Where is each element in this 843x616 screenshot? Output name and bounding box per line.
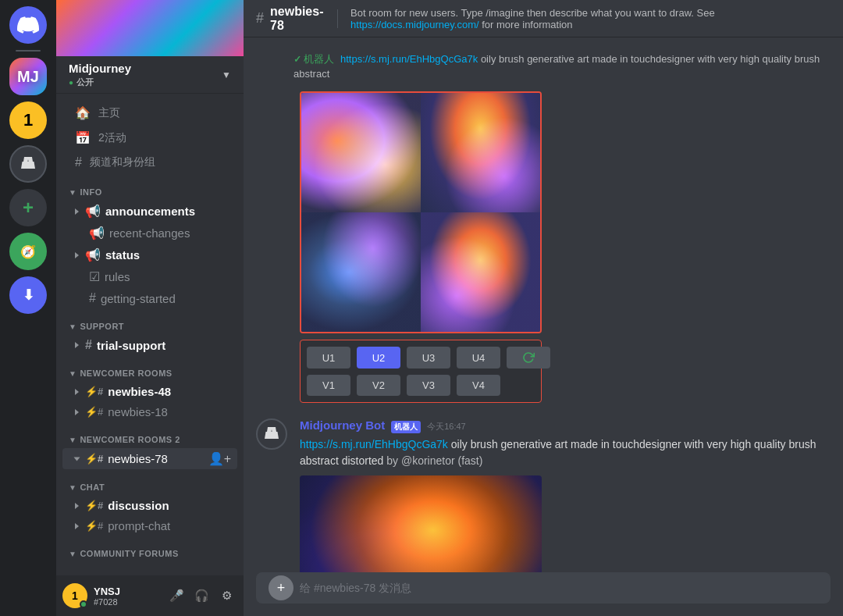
image-grid (300, 91, 542, 333)
grid-image-2 (421, 93, 540, 212)
channel-item-trial-support[interactable]: # trial-support (62, 335, 237, 355)
prompt-chat-icon: ⚡# (85, 520, 103, 532)
category-chat[interactable]: ▼ CHAT (56, 470, 244, 495)
button-U1[interactable]: U1 (307, 347, 350, 369)
status-icon: 📢 (85, 247, 101, 262)
nav-item-activities[interactable]: 📅 2活动 (62, 126, 237, 150)
sidebar-icon-discord[interactable] (9, 6, 47, 44)
sidebar-icon-download[interactable]: ⬇ (9, 276, 47, 314)
message-header-bot: Midjourney Bot 机器人 今天16:47 (300, 418, 831, 433)
channel-item-status[interactable]: 📢 status (62, 244, 237, 265)
category-arrow-support: ▼ (69, 322, 76, 331)
channel-label-discussion: discussion (108, 499, 169, 512)
server-status: 公开 (76, 77, 94, 88)
message-time-bot: 今天16:47 (427, 421, 466, 433)
category-support[interactable]: ▼ SUPPORT (56, 309, 244, 334)
channel-sidebar: Midjourney ● 公开 ▼ 🏠 主页 📅 2活动 # 频道和身份组 ▼ … (56, 0, 244, 616)
triangle-announcements (75, 208, 79, 215)
channel-label-recent-changes: recent-changes (109, 226, 190, 240)
server-header[interactable]: Midjourney ● 公开 ▼ (56, 56, 244, 94)
server-banner (56, 0, 244, 56)
server-sidebar: MJ 1 + 🧭 ⬇ (0, 0, 56, 616)
category-arrow-chat: ▼ (69, 483, 76, 492)
message-input-box: + (256, 572, 831, 604)
user-tag: #7028 (94, 597, 159, 607)
headphone-button[interactable]: 🎧 (190, 585, 212, 607)
newbies-78-icon: ⚡# (85, 453, 103, 465)
category-label-newcomer-rooms: NEWCOMER ROOMS (80, 369, 172, 378)
channel-item-newbies-48[interactable]: ⚡# newbies-48 (62, 382, 237, 401)
channel-label-getting-started: getting-started (101, 292, 176, 305)
category-info[interactable]: ▼ INFO (56, 175, 244, 200)
channel-item-newbies-18[interactable]: ⚡# newbies-18 (62, 402, 237, 422)
channel-item-getting-started[interactable]: # getting-started (62, 288, 237, 308)
user-controls: 🎤 🎧 ⚙ (165, 585, 237, 607)
channel-label-status: status (105, 248, 140, 262)
channel-item-announcements[interactable]: 📢 announcements (62, 201, 237, 222)
channels-icon: # (75, 155, 82, 169)
triangle-newbies-78 (74, 457, 80, 461)
user-name: YNSJ (94, 586, 159, 597)
button-refresh[interactable] (507, 347, 550, 369)
message-suffix-bot: by @korinetor (fast) (386, 454, 482, 467)
newbies-48-icon: ⚡# (85, 386, 103, 397)
compact-bot-badge: 机器人 (304, 53, 334, 65)
channel-label-newbies-48: newbies-48 (108, 385, 171, 398)
settings-button[interactable]: ⚙ (215, 585, 237, 607)
sidebar-icon-number1[interactable]: 1 (9, 101, 47, 139)
image-grid-avatar-space (256, 88, 287, 409)
compact-message-reference: ✓ 机器人 https://s.mj.run/EhHbgQcGa7k oily … (256, 50, 831, 82)
message-author-bot: Midjourney Bot (300, 418, 385, 432)
server-name: Midjourney (69, 62, 131, 75)
button-U3[interactable]: U3 (407, 347, 450, 369)
button-U4[interactable]: U4 (457, 347, 500, 369)
server-chevron-icon: ▼ (222, 69, 231, 80)
image-grid-message: U1 U2 U3 U4 (256, 85, 831, 412)
triangle-discussion (75, 503, 79, 509)
refresh-icon (522, 351, 535, 364)
compact-ref-link: https://s.mj.run/EhHbgQcGa7k oily brush … (293, 53, 820, 80)
button-V3[interactable]: V3 (407, 375, 450, 396)
nav-item-home[interactable]: 🏠 主页 (62, 101, 237, 125)
button-U2[interactable]: U2 (357, 347, 400, 369)
sidebar-icon-midjourney[interactable]: MJ (9, 58, 47, 95)
category-community-forums[interactable]: ▼ COMMUNITY FORUMS (56, 536, 244, 561)
triangle-trial-support (75, 342, 79, 348)
message-input[interactable] (300, 572, 818, 604)
sidebar-icon-add[interactable]: + (9, 189, 47, 226)
nav-item-channels[interactable]: # 频道和身份组 (62, 151, 237, 174)
message-content-bot: Midjourney Bot 机器人 今天16:47 https://s.mj.… (300, 418, 831, 572)
channel-header-name: newbies-78 (270, 5, 325, 33)
channel-item-prompt-chat[interactable]: ⚡# prompt-chat (62, 516, 237, 536)
sidebar-icon-boat[interactable] (9, 145, 47, 183)
category-newcomer-rooms[interactable]: ▼ NEWCOMER ROOMS (56, 356, 244, 381)
server-divider (16, 50, 41, 52)
input-plus-button[interactable]: + (269, 575, 293, 600)
message-link-bot[interactable]: https://s.mj.run/EhHbgQcGa7k (300, 438, 448, 450)
channel-item-rules[interactable]: ☑ rules (62, 266, 237, 287)
nav-label-channels: 频道和身份组 (90, 155, 155, 169)
category-newcomer-rooms-2[interactable]: ▼ NEWCOMER ROOMS 2 (56, 422, 244, 447)
compact-ref-text: ✓ 机器人 https://s.mj.run/EhHbgQcGa7k oily … (293, 53, 820, 80)
action-buttons: U1 U2 U3 U4 (300, 340, 542, 403)
message-input-area: + (244, 572, 843, 616)
channel-label-prompt-chat: prompt-chat (108, 519, 170, 532)
channel-list: 🏠 主页 📅 2活动 # 频道和身份组 ▼ INFO 📢 announcemen… (56, 94, 244, 575)
sidebar-icon-green[interactable]: 🧭 (9, 233, 47, 270)
channel-item-newbies-78[interactable]: ⚡# newbies-78 👤+ (62, 448, 237, 469)
home-icon: 🏠 (75, 105, 91, 120)
category-arrow-newcomer: ▼ (69, 369, 76, 378)
microphone-button[interactable]: 🎤 (165, 585, 187, 607)
button-V4[interactable]: V4 (457, 375, 500, 396)
channel-header-link[interactable]: https://docs.midjourney.com/ (350, 19, 479, 30)
user-avatar-letter: 1 (72, 589, 78, 602)
channel-item-discussion[interactable]: ⚡# discussion (62, 496, 237, 515)
add-member-icon[interactable]: 👤+ (208, 451, 231, 466)
button-V2[interactable]: V2 (357, 375, 400, 396)
image-grid-content: U1 U2 U3 U4 (300, 88, 542, 409)
category-label-newcomer-rooms-2: NEWCOMER ROOMS 2 (80, 435, 180, 444)
channel-item-recent-changes[interactable]: 📢 recent-changes (62, 223, 237, 244)
compact-link[interactable]: https://s.mj.run/EhHbgQcGa7k (340, 53, 478, 65)
channel-header: # newbies-78 Bot room for new users. Typ… (244, 0, 843, 37)
button-V1[interactable]: V1 (307, 375, 350, 396)
